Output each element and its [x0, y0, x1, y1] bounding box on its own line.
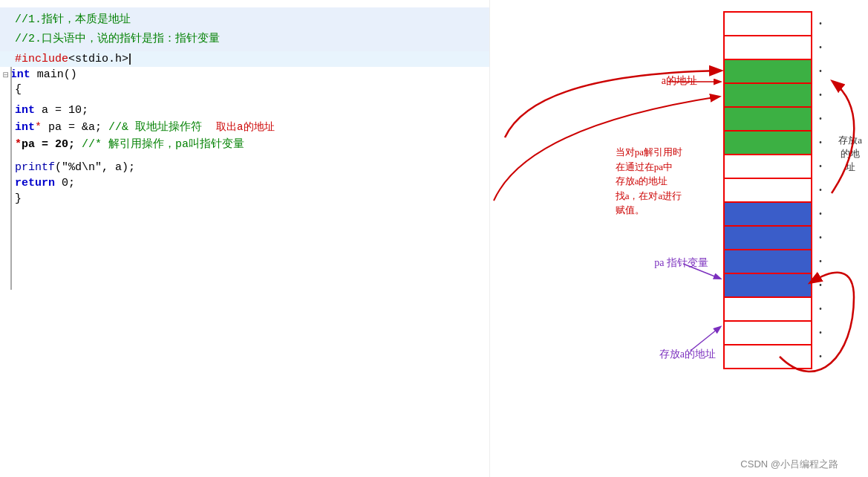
text-cursor: [129, 53, 131, 65]
mem-cell-5: [723, 106, 812, 132]
memory-grid: [723, 11, 812, 368]
pa-pointer-label: pa 指针变量: [654, 256, 708, 270]
comment-line-1: //1.指针，本质是地址: [15, 10, 489, 30]
comment-line-2: //2.口头语中，说的指针是指：指针变量: [15, 30, 489, 49]
diagram-area: a的地址 pa 指针变量 存放a的地址 当对pa解引用时 在通过在pa中 存放a…: [490, 0, 868, 477]
code-area: //1.指针，本质是地址 //2.口头语中，说的指针是指：指针变量 #inclu…: [0, 0, 490, 477]
main-decl-line: ⊟ int main(): [0, 67, 489, 82]
return-line: return 0;: [0, 175, 489, 191]
mem-cell-11: [723, 249, 812, 274]
main-container: //1.指针，本质是地址 //2.口头语中，说的指针是指：指针变量 #inclu…: [0, 0, 868, 477]
blank-line-1: [0, 97, 489, 103]
include-line: #include<stdio.h>: [0, 51, 489, 67]
mem-cell-2: [723, 35, 812, 60]
mem-cell-7: [723, 154, 812, 179]
store-a-address-label: 存放a的地址: [659, 348, 716, 361]
mem-cell-9: [723, 201, 812, 227]
mem-cell-10: [723, 225, 812, 250]
right-store-label: 存放a的地址: [838, 134, 862, 175]
mem-cell-15: [723, 344, 812, 369]
mem-cell-1: [723, 11, 812, 36]
mem-cell-6: [723, 130, 812, 155]
deref-pa-line: *pa = 20; //* 解引用操作，pa叫指针变量: [0, 135, 489, 152]
open-brace-line: {: [0, 82, 489, 97]
mem-cell-4: [723, 82, 812, 108]
close-brace-line: }: [0, 191, 489, 207]
int-a-line: int a = 10;: [0, 103, 489, 118]
dereference-annotation: 当对pa解引用时 在通过在pa中 存放a的地址 找a，在对a进行 赋值。: [616, 145, 682, 218]
mem-cell-12: [723, 273, 812, 298]
footer-credit: CSDN @小吕编程之路: [740, 458, 838, 471]
printf-line: printf("%d\n", a);: [0, 160, 489, 175]
mem-cell-3: [723, 59, 812, 84]
a-address-label: a的地址: [662, 74, 697, 88]
mem-cell-14: [723, 320, 812, 345]
blank-line-2: [0, 152, 489, 160]
int-pa-line: int* pa = &a; //& 取地址操作符 取出a的地址: [0, 118, 489, 135]
mem-cell-8: [723, 178, 812, 203]
fold-indicator: [10, 67, 12, 290]
mem-cell-13: [723, 296, 812, 322]
